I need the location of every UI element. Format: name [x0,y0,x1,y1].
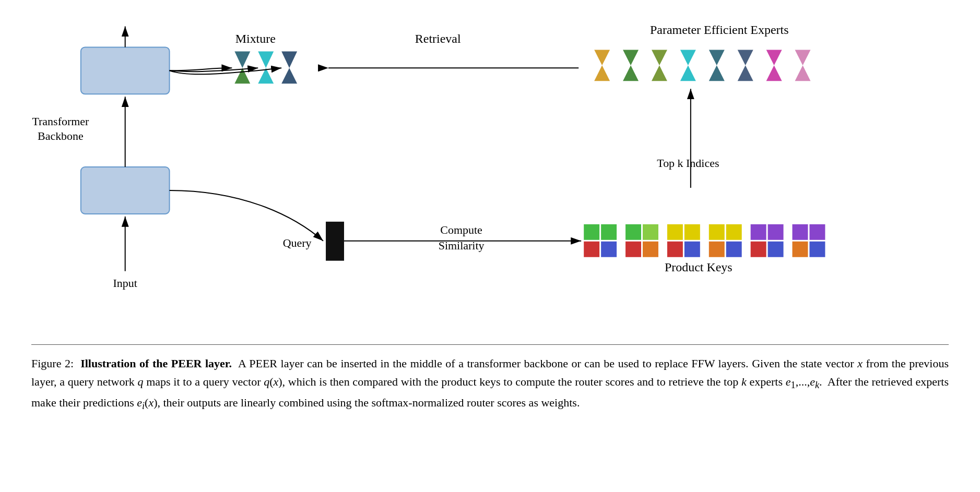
svg-rect-43 [643,242,658,257]
svg-rect-55 [768,242,784,257]
svg-rect-54 [751,242,766,257]
svg-marker-23 [738,65,753,81]
svg-text:Backbone: Backbone [38,129,84,142]
svg-marker-29 [258,51,274,68]
svg-marker-15 [623,65,639,81]
svg-marker-14 [623,50,639,65]
svg-rect-47 [684,242,700,257]
svg-rect-50 [709,242,725,257]
svg-rect-38 [584,242,599,257]
svg-rect-36 [584,224,599,240]
svg-marker-28 [234,51,250,68]
svg-rect-45 [684,224,700,240]
page-container: Transformer Backbone Input Mixture Retri… [0,0,980,492]
svg-rect-39 [601,242,617,257]
svg-marker-21 [709,65,725,81]
svg-marker-24 [766,50,782,65]
svg-rect-53 [768,224,784,240]
svg-rect-42 [625,242,641,257]
svg-marker-30 [281,51,297,68]
svg-text:Retrieval: Retrieval [415,32,461,45]
svg-rect-1 [81,167,170,214]
svg-rect-0 [81,47,170,94]
svg-rect-51 [726,242,742,257]
svg-rect-44 [667,224,683,240]
figure-caption: Figure 2: Illustration of the PEER layer… [31,344,949,414]
svg-rect-49 [726,224,742,240]
svg-text:Top k Indices: Top k Indices [657,157,719,170]
svg-text:Similarity: Similarity [439,239,485,252]
svg-text:Mixture: Mixture [235,32,276,45]
svg-rect-52 [751,224,766,240]
svg-marker-26 [795,50,811,65]
svg-text:Product Keys: Product Keys [665,260,733,274]
svg-marker-18 [680,50,696,65]
svg-rect-40 [625,224,641,240]
svg-marker-12 [594,50,610,65]
svg-rect-56 [793,224,808,240]
svg-marker-27 [795,65,811,81]
svg-rect-57 [809,224,825,240]
svg-text:Transformer: Transformer [32,115,89,128]
svg-text:Query: Query [283,236,312,249]
svg-text:Input: Input [113,277,137,290]
svg-rect-58 [793,242,808,257]
svg-marker-17 [652,65,667,81]
svg-rect-59 [809,242,825,257]
svg-text:Compute: Compute [440,223,482,236]
svg-marker-19 [680,65,696,81]
diagram-area: Transformer Backbone Input Mixture Retri… [31,16,949,339]
svg-rect-37 [601,224,617,240]
svg-marker-33 [281,68,297,83]
svg-rect-41 [643,224,658,240]
svg-rect-48 [709,224,725,240]
svg-marker-20 [709,50,725,65]
figure-label: Figure 2: [31,357,74,370]
figure-title: Illustration of the PEER layer. [80,357,232,370]
svg-marker-22 [738,50,753,65]
svg-rect-46 [667,242,683,257]
svg-rect-61 [326,222,344,261]
svg-text:Parameter Efficient Experts: Parameter Efficient Experts [650,23,788,37]
svg-marker-13 [594,65,610,81]
svg-marker-25 [766,65,782,81]
svg-marker-16 [652,50,667,65]
svg-marker-31 [234,68,250,83]
